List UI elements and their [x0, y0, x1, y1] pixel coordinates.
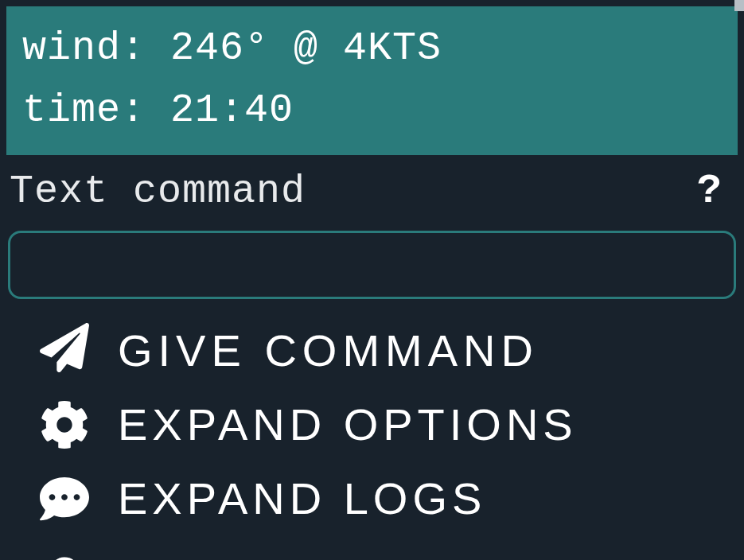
command-label-row: Text command ? [0, 155, 744, 215]
expand-options-button[interactable]: EXPAND OPTIONS [0, 387, 744, 461]
expand-options-label: EXPAND OPTIONS [118, 399, 578, 450]
command-input-wrap [0, 215, 744, 307]
expand-logs-label: EXPAND LOGS [118, 472, 486, 524]
status-bar: wind: 246° @ 4KTS time: 21:40 [6, 6, 738, 155]
give-command-label: GIVE COMMAND [118, 325, 539, 376]
wind-readout: wind: 246° @ 4KTS [22, 18, 722, 80]
give-command-button[interactable]: GIVE COMMAND [0, 313, 744, 387]
gear-icon [40, 400, 89, 449]
expand-about-button[interactable]: ? EXPAND ABOUT [0, 535, 744, 560]
scrollbar-thumb[interactable] [734, 0, 744, 11]
expand-about-label: EXPAND ABOUT [118, 554, 519, 561]
help-icon[interactable]: ? [697, 168, 722, 215]
command-input[interactable] [8, 231, 736, 299]
question-mark-icon: ? [40, 546, 89, 560]
command-label: Text command [10, 169, 306, 214]
paper-plane-icon [40, 323, 89, 372]
menu: GIVE COMMAND EXPAND OPTIONS EXPAND LOGS … [0, 307, 744, 560]
time-readout: time: 21:40 [22, 80, 722, 142]
expand-logs-button[interactable]: EXPAND LOGS [0, 461, 744, 535]
chat-bubble-icon [40, 474, 89, 523]
